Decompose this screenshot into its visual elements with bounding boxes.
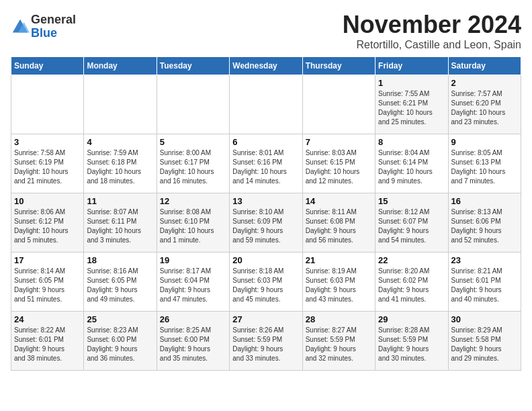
day-number: 18 bbox=[87, 255, 153, 265]
logo-general-text: General bbox=[31, 13, 76, 27]
calendar-cell: 15Sunrise: 8:12 AMSunset: 6:07 PMDayligh… bbox=[375, 193, 448, 253]
header: General Blue November 2024 Retortillo, C… bbox=[11, 11, 521, 51]
day-of-week-header: Monday bbox=[84, 57, 157, 75]
logo: General Blue bbox=[11, 13, 76, 40]
calendar-cell: 28Sunrise: 8:27 AMSunset: 5:59 PMDayligh… bbox=[302, 312, 375, 371]
day-of-week-header: Wednesday bbox=[230, 57, 302, 75]
calendar-cell: 5Sunrise: 8:00 AMSunset: 6:17 PMDaylight… bbox=[157, 134, 229, 193]
day-number: 5 bbox=[160, 137, 226, 147]
calendar-cell: 6Sunrise: 8:01 AMSunset: 6:16 PMDaylight… bbox=[230, 134, 302, 193]
location-title: Retortillo, Castille and Leon, Spain bbox=[343, 39, 521, 51]
day-info: Sunrise: 8:12 AMSunset: 6:07 PMDaylight:… bbox=[378, 208, 445, 245]
calendar-cell: 10Sunrise: 8:06 AMSunset: 6:12 PMDayligh… bbox=[11, 193, 84, 253]
day-number: 24 bbox=[14, 314, 81, 324]
calendar-week-row: 24Sunrise: 8:22 AMSunset: 6:01 PMDayligh… bbox=[11, 312, 521, 371]
day-info: Sunrise: 8:16 AMSunset: 6:05 PMDaylight:… bbox=[87, 267, 153, 304]
calendar-cell: 7Sunrise: 8:03 AMSunset: 6:15 PMDaylight… bbox=[302, 134, 375, 193]
calendar-cell: 26Sunrise: 8:25 AMSunset: 6:00 PMDayligh… bbox=[157, 312, 229, 371]
calendar-body: 1Sunrise: 7:55 AMSunset: 6:21 PMDaylight… bbox=[11, 75, 521, 371]
day-number: 16 bbox=[451, 196, 518, 206]
day-number: 20 bbox=[232, 255, 299, 265]
day-info: Sunrise: 8:07 AMSunset: 6:11 PMDaylight:… bbox=[87, 208, 153, 245]
calendar-table: SundayMondayTuesdayWednesdayThursdayFrid… bbox=[11, 56, 521, 371]
day-info: Sunrise: 8:10 AMSunset: 6:09 PMDaylight:… bbox=[232, 208, 299, 245]
day-number: 30 bbox=[451, 314, 518, 324]
day-info: Sunrise: 8:27 AMSunset: 5:59 PMDaylight:… bbox=[306, 326, 372, 363]
calendar-cell bbox=[84, 75, 157, 134]
day-number: 28 bbox=[306, 314, 372, 324]
calendar-cell: 29Sunrise: 8:28 AMSunset: 5:59 PMDayligh… bbox=[375, 312, 448, 371]
day-of-week-header: Sunday bbox=[11, 57, 84, 75]
day-number: 14 bbox=[306, 196, 372, 206]
day-of-week-header: Friday bbox=[375, 57, 448, 75]
calendar-cell: 12Sunrise: 8:08 AMSunset: 6:10 PMDayligh… bbox=[157, 193, 229, 253]
day-info: Sunrise: 7:57 AMSunset: 6:20 PMDaylight:… bbox=[451, 89, 518, 127]
calendar-cell: 20Sunrise: 8:18 AMSunset: 6:03 PMDayligh… bbox=[230, 253, 302, 312]
calendar-cell: 24Sunrise: 8:22 AMSunset: 6:01 PMDayligh… bbox=[11, 312, 84, 371]
calendar-cell: 4Sunrise: 7:59 AMSunset: 6:18 PMDaylight… bbox=[84, 134, 157, 193]
day-info: Sunrise: 8:11 AMSunset: 6:08 PMDaylight:… bbox=[306, 208, 372, 245]
calendar-cell: 14Sunrise: 8:11 AMSunset: 6:08 PMDayligh… bbox=[302, 193, 375, 253]
day-number: 13 bbox=[232, 196, 299, 206]
logo-icon bbox=[11, 17, 30, 36]
day-info: Sunrise: 8:22 AMSunset: 6:01 PMDaylight:… bbox=[14, 326, 81, 363]
calendar-cell: 3Sunrise: 7:58 AMSunset: 6:19 PMDaylight… bbox=[11, 134, 84, 193]
day-info: Sunrise: 7:59 AMSunset: 6:18 PMDaylight:… bbox=[87, 148, 153, 186]
calendar-cell: 21Sunrise: 8:19 AMSunset: 6:03 PMDayligh… bbox=[302, 253, 375, 312]
day-info: Sunrise: 8:01 AMSunset: 6:16 PMDaylight:… bbox=[232, 148, 299, 186]
calendar-header-row: SundayMondayTuesdayWednesdayThursdayFrid… bbox=[11, 57, 521, 75]
day-info: Sunrise: 8:03 AMSunset: 6:15 PMDaylight:… bbox=[306, 148, 372, 186]
calendar-week-row: 3Sunrise: 7:58 AMSunset: 6:19 PMDaylight… bbox=[11, 134, 521, 193]
day-info: Sunrise: 8:26 AMSunset: 5:59 PMDaylight:… bbox=[232, 326, 299, 363]
day-number: 27 bbox=[232, 314, 299, 324]
day-info: Sunrise: 8:04 AMSunset: 6:14 PMDaylight:… bbox=[378, 148, 445, 186]
day-info: Sunrise: 8:05 AMSunset: 6:13 PMDaylight:… bbox=[451, 148, 518, 186]
calendar-cell: 27Sunrise: 8:26 AMSunset: 5:59 PMDayligh… bbox=[230, 312, 302, 371]
day-number: 15 bbox=[378, 196, 445, 206]
calendar-cell: 1Sunrise: 7:55 AMSunset: 6:21 PMDaylight… bbox=[375, 75, 448, 134]
calendar-cell: 11Sunrise: 8:07 AMSunset: 6:11 PMDayligh… bbox=[84, 193, 157, 253]
day-of-week-header: Thursday bbox=[302, 57, 375, 75]
day-info: Sunrise: 8:00 AMSunset: 6:17 PMDaylight:… bbox=[160, 148, 226, 186]
title-section: November 2024 Retortillo, Castille and L… bbox=[343, 11, 521, 51]
day-of-week-header: Tuesday bbox=[157, 57, 229, 75]
calendar-week-row: 1Sunrise: 7:55 AMSunset: 6:21 PMDaylight… bbox=[11, 75, 521, 134]
calendar-week-row: 10Sunrise: 8:06 AMSunset: 6:12 PMDayligh… bbox=[11, 193, 521, 253]
day-number: 21 bbox=[306, 255, 372, 265]
calendar-cell bbox=[230, 75, 302, 134]
day-info: Sunrise: 8:28 AMSunset: 5:59 PMDaylight:… bbox=[378, 326, 445, 363]
calendar-cell: 13Sunrise: 8:10 AMSunset: 6:09 PMDayligh… bbox=[230, 193, 302, 253]
month-title: November 2024 bbox=[343, 11, 521, 39]
calendar-cell bbox=[11, 75, 84, 134]
day-info: Sunrise: 8:29 AMSunset: 5:58 PMDaylight:… bbox=[451, 326, 518, 363]
calendar-cell bbox=[302, 75, 375, 134]
day-number: 4 bbox=[87, 137, 153, 147]
day-number: 3 bbox=[14, 137, 81, 147]
day-info: Sunrise: 8:13 AMSunset: 6:06 PMDaylight:… bbox=[451, 208, 518, 245]
calendar-cell: 16Sunrise: 8:13 AMSunset: 6:06 PMDayligh… bbox=[448, 193, 521, 253]
day-number: 8 bbox=[378, 137, 445, 147]
day-info: Sunrise: 8:19 AMSunset: 6:03 PMDaylight:… bbox=[306, 267, 372, 304]
calendar-cell: 23Sunrise: 8:21 AMSunset: 6:01 PMDayligh… bbox=[448, 253, 521, 312]
day-number: 6 bbox=[232, 137, 299, 147]
day-info: Sunrise: 8:23 AMSunset: 6:00 PMDaylight:… bbox=[87, 326, 153, 363]
day-info: Sunrise: 8:14 AMSunset: 6:05 PMDaylight:… bbox=[14, 267, 81, 304]
day-info: Sunrise: 8:17 AMSunset: 6:04 PMDaylight:… bbox=[160, 267, 226, 304]
day-number: 23 bbox=[451, 255, 518, 265]
calendar-cell: 25Sunrise: 8:23 AMSunset: 6:00 PMDayligh… bbox=[84, 312, 157, 371]
day-info: Sunrise: 8:25 AMSunset: 6:00 PMDaylight:… bbox=[160, 326, 226, 363]
calendar-cell: 8Sunrise: 8:04 AMSunset: 6:14 PMDaylight… bbox=[375, 134, 448, 193]
calendar-cell: 19Sunrise: 8:17 AMSunset: 6:04 PMDayligh… bbox=[157, 253, 229, 312]
day-number: 9 bbox=[451, 137, 518, 147]
calendar-cell: 18Sunrise: 8:16 AMSunset: 6:05 PMDayligh… bbox=[84, 253, 157, 312]
day-info: Sunrise: 8:08 AMSunset: 6:10 PMDaylight:… bbox=[160, 208, 226, 245]
day-info: Sunrise: 7:55 AMSunset: 6:21 PMDaylight:… bbox=[378, 89, 445, 127]
day-number: 29 bbox=[378, 314, 445, 324]
calendar-week-row: 17Sunrise: 8:14 AMSunset: 6:05 PMDayligh… bbox=[11, 253, 521, 312]
day-number: 19 bbox=[160, 255, 226, 265]
day-info: Sunrise: 8:21 AMSunset: 6:01 PMDaylight:… bbox=[451, 267, 518, 304]
calendar-cell bbox=[157, 75, 229, 134]
day-number: 10 bbox=[14, 196, 81, 206]
day-number: 1 bbox=[378, 78, 445, 88]
day-number: 11 bbox=[87, 196, 153, 206]
